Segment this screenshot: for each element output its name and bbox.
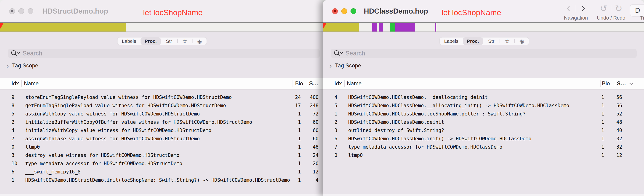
table-row[interactable]: 1 HDSwiftCOWDemo.HDStructDemo.init(locSh… <box>0 176 323 184</box>
window-title: HDStructDemo.hop <box>42 0 108 22</box>
row-idx: 4 <box>12 126 14 134</box>
search-field[interactable] <box>8 49 320 58</box>
tab-strings[interactable]: Str <box>483 38 500 45</box>
sort-descending-icon[interactable] <box>628 81 634 87</box>
redo-icon[interactable]: ↻ <box>615 4 622 13</box>
row-size: 4 <box>298 176 318 184</box>
table-row[interactable]: 7 assignWithTake value witness for HDSwi… <box>0 134 323 143</box>
search-input[interactable] <box>22 50 317 57</box>
titlebar[interactable]: HDStructDemo.hop let locShopName <box>0 0 323 22</box>
table-row[interactable]: 3 destroy value witness for HDSwiftCOWDe… <box>0 151 323 160</box>
table-row[interactable]: 0 ltmp0 1 48 <box>0 143 323 151</box>
window-hdclassdemo: HDClassDemo.hop let locShopName Navigati… <box>323 0 644 196</box>
row-idx: 1 <box>334 110 338 118</box>
zoom-button[interactable] <box>350 8 356 14</box>
row-idx: 10 <box>12 160 17 168</box>
column-header-idx[interactable]: Idx <box>12 78 19 89</box>
row-idx: 3 <box>12 151 14 160</box>
back-icon[interactable] <box>565 5 572 12</box>
tab-procedures[interactable]: Proc. <box>463 38 483 45</box>
row-size: 32 <box>602 134 622 143</box>
minimap-segment[interactable] <box>323 23 359 32</box>
row-name: HDSwiftCOWDemo.HDClassDemo.__allocating_… <box>348 102 569 110</box>
row-idx: 0 <box>12 143 14 151</box>
minimize-button[interactable] <box>18 8 24 14</box>
zoom-button[interactable] <box>28 8 33 14</box>
row-blocks: 1 <box>584 110 604 118</box>
table-row[interactable]: 8 getEnumTagSinglePayload value witness … <box>0 102 323 110</box>
row-name: outlined destroy of Swift.String? <box>348 126 444 134</box>
titlebar[interactable]: HDClassDemo.hop let locShopName Navigati… <box>323 0 644 22</box>
tab-marks[interactable]: ◉ <box>192 38 206 45</box>
tab-labels[interactable]: Labels <box>118 38 140 45</box>
row-idx: 6 <box>12 168 14 176</box>
tag-scope-disclosure[interactable]: › Tag Scope <box>6 62 38 70</box>
row-size: 32 <box>602 143 622 151</box>
table-row[interactable]: 3 outlined destroy of Swift.String? 1 40 <box>323 126 644 134</box>
table-row[interactable]: 2 HDSwiftCOWDemo.HDClassDemo.deinit 1 48 <box>323 118 644 126</box>
disassembly-mode-button[interactable]: D <box>630 4 644 16</box>
column-separator[interactable] <box>308 80 308 87</box>
table-row[interactable]: 2 initializeBufferWithCopyOfBuffer value… <box>0 118 323 126</box>
table-row[interactable]: 5 HDSwiftCOWDemo.HDClassDemo.__allocatin… <box>323 102 644 110</box>
tag-scope-disclosure[interactable]: › Tag Scope <box>329 62 361 70</box>
table-row[interactable]: 4 HDSwiftCOWDemo.HDClassDemo.__deallocat… <box>323 93 644 102</box>
row-idx: 3 <box>334 126 338 134</box>
minimap-segment[interactable] <box>379 23 383 32</box>
table-row[interactable]: 10 type metadata accessor for HDSwiftCOW… <box>0 160 323 168</box>
column-header-name[interactable]: Name <box>24 78 39 89</box>
position-marker-icon <box>323 23 326 29</box>
minimap-bar[interactable] <box>323 22 644 32</box>
search-input[interactable] <box>346 50 634 57</box>
row-size: 248 <box>298 102 318 110</box>
row-size: 60 <box>298 126 318 134</box>
column-separator[interactable] <box>344 80 345 87</box>
column-separator[interactable] <box>600 80 600 87</box>
table-row[interactable]: 0 ltmp0 1 12 <box>323 151 644 160</box>
tab-strings[interactable]: Str <box>161 38 177 45</box>
table-row[interactable]: 7 type metadata accessor for HDSwiftCOWD… <box>323 143 644 151</box>
tab-marks[interactable]: ◉ <box>515 38 529 45</box>
tab-labels[interactable]: Labels <box>440 38 463 45</box>
content-pane: Labels Proc. Str ☆ ◉ › Tag Scope Idx Nam… <box>0 32 323 196</box>
table-row[interactable]: 9 storeEnumTagSinglePayload value witnes… <box>0 93 323 102</box>
column-header-name[interactable]: Name <box>347 78 362 89</box>
close-button[interactable] <box>9 8 15 14</box>
column-header-size[interactable]: S… <box>309 78 318 89</box>
column-separator[interactable] <box>22 80 22 87</box>
minimap-segment[interactable] <box>435 23 436 32</box>
table-row[interactable]: 5 assignWithCopy value witness for HDSwi… <box>0 110 323 118</box>
minimap-segment[interactable] <box>390 23 395 32</box>
minimize-button[interactable] <box>341 8 347 14</box>
row-idx: 5 <box>334 102 338 110</box>
table-row[interactable]: 1 HDSwiftCOWDemo.HDClassDemo.locShopName… <box>323 110 644 118</box>
tab-procedures[interactable]: Proc. <box>140 38 161 45</box>
forward-icon[interactable] <box>580 5 587 12</box>
minimap-segment[interactable] <box>372 23 377 32</box>
table-row[interactable]: 6 HDSwiftCOWDemo.HDClassDemo.init() -> H… <box>323 134 644 143</box>
table-row[interactable]: 4 initializeWithCopy value witness for H… <box>0 126 323 134</box>
window-title: HDClassDemo.hop <box>364 0 428 22</box>
column-separator[interactable] <box>292 80 293 87</box>
row-name: HDSwiftCOWDemo.HDClassDemo.init() -> HDS… <box>348 134 532 143</box>
tab-bookmarks[interactable]: ☆ <box>500 38 514 45</box>
tab-bookmarks[interactable]: ☆ <box>178 38 192 45</box>
column-header-blocks[interactable]: Blo… <box>602 78 616 89</box>
minimap-segment[interactable] <box>395 23 416 32</box>
row-size: 400 <box>298 93 318 102</box>
minimap-bar[interactable] <box>0 22 323 32</box>
search-field[interactable] <box>331 49 637 58</box>
row-blocks: 1 <box>584 126 604 134</box>
column-header-size[interactable]: S… <box>617 78 626 89</box>
close-button[interactable] <box>332 8 338 14</box>
column-header-blocks[interactable]: Blo… <box>295 78 309 89</box>
toolbar-divider <box>576 5 576 12</box>
row-idx: 5 <box>12 110 14 118</box>
star-icon: ☆ <box>504 38 510 44</box>
column-header-idx[interactable]: Idx <box>334 78 342 89</box>
undo-icon[interactable]: ↺ <box>600 4 607 13</box>
table-row[interactable]: 6 ___swift_memcpy16_8 1 12 <box>0 168 323 176</box>
column-separator[interactable] <box>615 80 615 87</box>
minimap-segment[interactable] <box>0 23 126 32</box>
chevron-right-icon: › <box>329 62 332 69</box>
